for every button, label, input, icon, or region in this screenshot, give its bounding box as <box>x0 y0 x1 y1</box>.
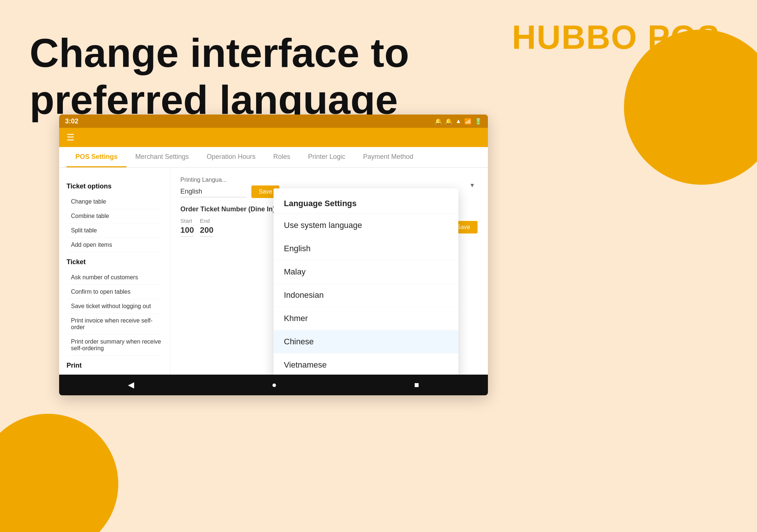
tab-printer-logic[interactable]: Printer Logic <box>299 147 354 167</box>
language-dropdown: Language Settings Use system language En… <box>274 188 458 375</box>
logo-text1: HUBBO <box>512 19 638 56</box>
sidebar-item-print-order-saving[interactable]: Print order summary when saving <box>67 374 162 375</box>
language-option-indonesian[interactable]: Indonesian <box>274 284 458 307</box>
language-option-malay[interactable]: Malay <box>274 260 458 284</box>
section-title-print: Print <box>67 362 162 369</box>
order-ticket-end-label: End <box>200 218 214 224</box>
right-content: Printing Langua... ▾ Save Order Ticket N… <box>170 168 488 375</box>
order-ticket-end-col: End 200 <box>200 218 214 237</box>
back-button[interactable]: ◀ <box>120 377 142 393</box>
language-option-use-system[interactable]: Use system language <box>274 214 458 237</box>
bottom-nav: ◀ ● ■ <box>59 375 488 395</box>
language-option-khmer[interactable]: Khmer <box>274 307 458 330</box>
order-ticket-start-label: Start <box>180 218 194 224</box>
device-frame: 3:02 🔔 🔔 ▲ 📶 🔋 ☰ POS Settings Merchant S… <box>59 115 488 395</box>
order-ticket-start-col: Start 100 <box>180 218 194 237</box>
signal-icon: 📶 <box>464 118 472 125</box>
tab-merchant-settings[interactable]: Merchant Settings <box>126 147 198 167</box>
bell-icon-2: 🔔 <box>445 118 452 125</box>
home-button[interactable]: ● <box>264 377 284 393</box>
order-ticket-start-value: 100 <box>180 225 194 237</box>
dropdown-arrow-icon: ▾ <box>471 181 474 189</box>
battery-icon: 🔋 <box>475 118 482 125</box>
wifi-icon: ▲ <box>455 118 461 125</box>
language-dropdown-header: Language Settings <box>274 191 458 214</box>
section-title-ticket-options: Ticket options <box>67 183 162 190</box>
status-icons: 🔔 🔔 ▲ 📶 🔋 <box>435 118 482 125</box>
app-header: ☰ <box>59 128 488 147</box>
sidebar-item-change-table[interactable]: Change table <box>67 195 162 209</box>
sidebar-item-split-table[interactable]: Split table <box>67 224 162 238</box>
sidebar: Ticket options Change table Combine tabl… <box>59 168 170 375</box>
sidebar-item-print-invoice[interactable]: Print invoice when receive self-order <box>67 314 162 335</box>
sidebar-item-save-ticket[interactable]: Save ticket without logging out <box>67 299 162 314</box>
tab-operation-hours[interactable]: Operation Hours <box>198 147 264 167</box>
sidebar-item-ask-customers[interactable]: Ask number of customers <box>67 270 162 285</box>
order-ticket-end-value: 200 <box>200 225 214 237</box>
language-option-english[interactable]: English <box>274 237 458 260</box>
printing-language-input[interactable] <box>180 186 247 197</box>
status-time: 3:02 <box>65 117 78 125</box>
printing-language-label: Printing Langua... <box>180 177 478 183</box>
section-title-ticket: Ticket <box>67 258 162 266</box>
tab-roles[interactable]: Roles <box>264 147 299 167</box>
sidebar-item-add-open-items[interactable]: Add open items <box>67 238 162 252</box>
heading-line1: Change interface to <box>30 30 409 76</box>
sidebar-item-combine-table[interactable]: Combine table <box>67 209 162 224</box>
main-content: Ticket options Change table Combine tabl… <box>59 168 488 375</box>
sidebar-item-confirm-open-tables[interactable]: Confirm to open tables <box>67 285 162 299</box>
bell-icon-1: 🔔 <box>435 118 442 125</box>
language-option-chinese[interactable]: Chinese <box>274 330 458 354</box>
logo: HUBBO POS <box>512 18 720 57</box>
logo-text2: POS <box>638 19 720 56</box>
recents-button[interactable]: ■ <box>407 377 427 393</box>
tab-payment-method[interactable]: Payment Method <box>354 147 422 167</box>
page-heading: Change interface to preferred language <box>30 30 409 123</box>
tabs-bar: POS Settings Merchant Settings Operation… <box>59 147 488 168</box>
status-bar: 3:02 🔔 🔔 ▲ 📶 🔋 <box>59 115 488 128</box>
bg-circle-bottom-left <box>0 414 118 532</box>
sidebar-item-print-order-summary[interactable]: Print order summary when receive self-or… <box>67 335 162 356</box>
tab-pos-settings[interactable]: POS Settings <box>67 147 126 167</box>
hamburger-icon[interactable]: ☰ <box>67 132 75 143</box>
language-option-vietnamese[interactable]: Vietnamese <box>274 354 458 375</box>
